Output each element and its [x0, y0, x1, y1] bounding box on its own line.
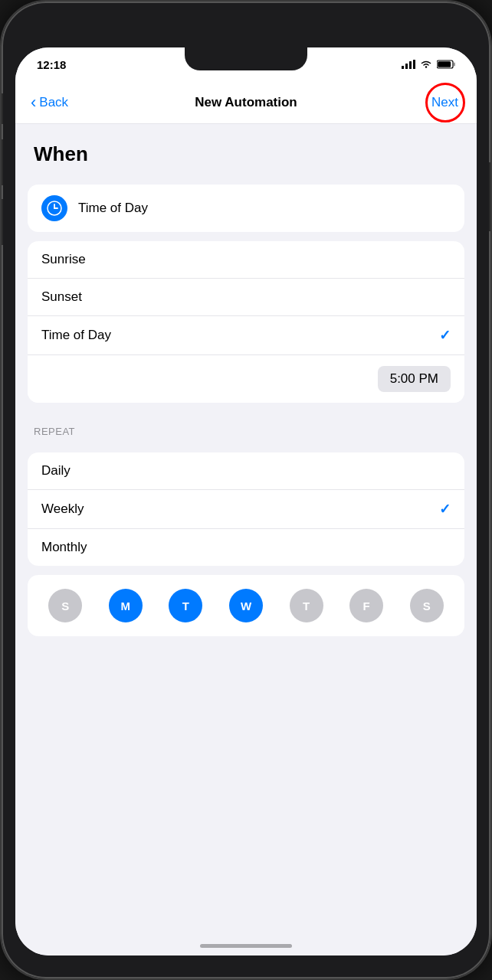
- option-sunrise[interactable]: Sunrise: [28, 241, 464, 279]
- option-sunrise-label: Sunrise: [41, 252, 86, 267]
- day-monday[interactable]: M: [109, 589, 143, 622]
- when-title: When: [34, 142, 458, 166]
- option-time-of-day[interactable]: Time of Day ✓: [28, 316, 464, 355]
- day-tuesday[interactable]: T: [169, 589, 202, 622]
- day-sunday[interactable]: S: [48, 589, 82, 622]
- day-saturday[interactable]: S: [410, 589, 444, 622]
- when-section: When: [15, 124, 477, 175]
- notch: [185, 47, 307, 70]
- back-label: Back: [39, 95, 68, 110]
- time-picker-row: 5:00 PM: [28, 355, 464, 403]
- repeat-options-section: Daily Weekly ✓ Monthly: [28, 452, 464, 566]
- option-weekly[interactable]: Weekly ✓: [28, 490, 464, 529]
- svg-rect-1: [405, 64, 408, 69]
- option-monthly-label: Monthly: [41, 540, 87, 555]
- back-chevron-icon: ‹: [31, 94, 36, 111]
- option-sunset-label: Sunset: [41, 289, 82, 305]
- navigation-bar: ‹ Back New Automation Next: [15, 81, 477, 124]
- battery-icon: [437, 60, 455, 69]
- option-daily[interactable]: Daily: [28, 452, 464, 490]
- signal-icon: [402, 60, 415, 69]
- volume-down-button: [0, 199, 3, 245]
- wifi-icon: [420, 60, 432, 69]
- option-daily-label: Daily: [41, 463, 71, 479]
- repeat-section-label: REPEAT: [15, 412, 477, 443]
- phone-frame: 12:18: [0, 0, 492, 980]
- day-friday[interactable]: F: [349, 589, 383, 622]
- status-time: 12:18: [37, 58, 66, 71]
- trigger-label: Time of Day: [78, 201, 148, 216]
- nav-title: New Automation: [195, 95, 297, 110]
- back-button[interactable]: ‹ Back: [31, 94, 68, 111]
- day-wednesday[interactable]: W: [229, 589, 263, 622]
- home-indicator: [200, 944, 292, 948]
- svg-rect-0: [402, 66, 404, 69]
- time-badge[interactable]: 5:00 PM: [378, 366, 451, 392]
- day-thursday[interactable]: T: [290, 589, 323, 622]
- time-of-day-checkmark: ✓: [439, 327, 451, 344]
- option-monthly[interactable]: Monthly: [28, 529, 464, 566]
- option-sunset[interactable]: Sunset: [28, 279, 464, 316]
- content-area: When Time of Day Sunrise: [15, 124, 477, 956]
- silent-switch: [0, 93, 3, 124]
- trigger-icon: [41, 195, 67, 221]
- option-time-of-day-label: Time of Day: [41, 328, 111, 343]
- option-weekly-label: Weekly: [41, 501, 84, 517]
- next-button[interactable]: Next: [428, 89, 461, 116]
- svg-rect-6: [438, 61, 451, 67]
- clock-icon: [47, 201, 62, 216]
- svg-rect-3: [413, 60, 415, 69]
- phone-screen: 12:18: [15, 47, 477, 956]
- volume-up-button: [0, 139, 3, 185]
- time-options-section: Sunrise Sunset Time of Day ✓ 5:00 PM: [28, 241, 464, 403]
- svg-rect-2: [409, 61, 412, 69]
- status-icons: [402, 60, 455, 69]
- next-button-wrapper: Next: [428, 89, 461, 116]
- trigger-card[interactable]: Time of Day: [28, 185, 464, 232]
- weekly-checkmark: ✓: [439, 501, 451, 518]
- svg-rect-5: [454, 63, 455, 67]
- power-button: [489, 162, 492, 231]
- days-of-week-section: S M T W T F S: [28, 575, 464, 636]
